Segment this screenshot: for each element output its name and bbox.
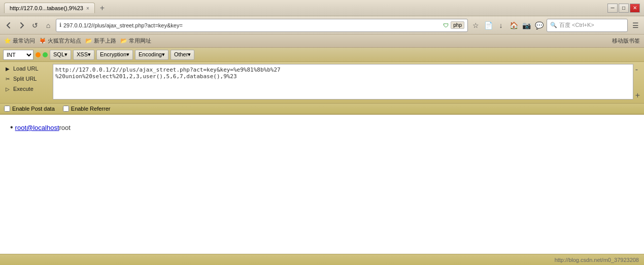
bookmark-label: 火狐官方站点 bbox=[48, 37, 81, 45]
nav-bar: ↺ ⌂ ℹ 297.0.0.1/2//plus/ajax_street.php?… bbox=[0, 16, 644, 35]
result-row: • root@localhost root bbox=[10, 123, 634, 132]
forward-button[interactable] bbox=[16, 20, 27, 31]
enable-referrer-checkbox[interactable] bbox=[63, 106, 69, 112]
minimize-button[interactable]: ─ bbox=[607, 4, 618, 13]
encryption-menu-button[interactable]: Encryption▾ bbox=[96, 50, 133, 60]
nav-right-icons: ☆ 📄 ↓ 🏠 📷 💬 bbox=[470, 20, 545, 31]
url-input[interactable]: http://127.0.0.1/2//plus/ajax_street.php… bbox=[53, 64, 633, 100]
bookmark-label: 最常访问 bbox=[13, 37, 35, 45]
bookmark-firefox-official[interactable]: 🦊 火狐官方站点 bbox=[39, 37, 81, 45]
bookmark-common-sites[interactable]: 📂 常用网址 bbox=[120, 37, 151, 45]
result-plain-text: root bbox=[59, 124, 71, 131]
tab-close-button[interactable]: × bbox=[86, 6, 89, 11]
tab-label: http://127.0.0...tabase(),9%23 bbox=[10, 5, 83, 11]
url-display: 297.0.0.1/2//plus/ajax_street.php?act=ke… bbox=[63, 22, 441, 28]
new-tab-button[interactable]: + bbox=[97, 3, 108, 14]
load-url-label: Load URL bbox=[13, 65, 39, 72]
status-bar: http://blog.csdn.net/m0_37923208 bbox=[0, 254, 644, 265]
screenshot-icon[interactable]: 📷 bbox=[521, 20, 532, 31]
hackbar-actions: ▶ Load URL ✂ Split URL ▷ Execute bbox=[2, 64, 53, 101]
bookmark-icon: 📂 bbox=[120, 38, 127, 44]
hackbar-options: Enable Post data Enable Referrer bbox=[0, 104, 644, 115]
reload-button[interactable]: ↺ bbox=[29, 20, 41, 31]
enable-post-data-label[interactable]: Enable Post data bbox=[4, 106, 55, 112]
bookmark-label: 新手上路 bbox=[94, 37, 116, 45]
status-url: http://blog.csdn.net/m0_37923208 bbox=[555, 257, 639, 263]
status-dot-green bbox=[43, 52, 48, 57]
bookmark-star-icon[interactable]: ☆ bbox=[470, 20, 481, 31]
bullet-point: • bbox=[10, 123, 13, 132]
search-bar[interactable]: 🔍 百度 <Ctrl+K> bbox=[547, 19, 628, 32]
collapse-right-icon[interactable]: - bbox=[635, 65, 640, 74]
bookmark-icon: ⭐ bbox=[4, 38, 11, 44]
browser-tab[interactable]: http://127.0.0...tabase(),9%23 × bbox=[4, 3, 95, 13]
execute-icon: ▷ bbox=[4, 85, 11, 92]
menu-button[interactable]: ☰ bbox=[630, 20, 641, 31]
split-url-button[interactable]: ✂ Split URL bbox=[2, 74, 51, 83]
close-button[interactable]: ✕ bbox=[630, 4, 640, 13]
bookmarks-bar: ⭐ 最常访问 🦊 火狐官方站点 📂 新手上路 📂 常用网址 移动版书签 bbox=[0, 35, 644, 48]
enable-referrer-text: Enable Referrer bbox=[71, 106, 111, 112]
chat-icon[interactable]: 💬 bbox=[533, 20, 545, 31]
page-icon[interactable]: 📄 bbox=[483, 20, 494, 31]
download-icon[interactable]: ↓ bbox=[495, 20, 506, 31]
split-url-icon: ✂ bbox=[4, 75, 11, 82]
window-controls: ─ □ ✕ bbox=[607, 4, 640, 13]
sql-menu-button[interactable]: SQL▾ bbox=[50, 50, 71, 60]
maximize-button[interactable]: □ bbox=[619, 4, 629, 13]
url-textarea-container: http://127.0.0.1/2//plus/ajax_street.php… bbox=[53, 64, 633, 101]
php-badge: php bbox=[451, 21, 464, 29]
bookmark-icon: 🦊 bbox=[39, 38, 46, 44]
back-button[interactable] bbox=[3, 20, 14, 31]
title-bar: http://127.0.0...tabase(),9%23 × + ─ □ ✕ bbox=[0, 0, 644, 16]
load-url-icon: ▶ bbox=[4, 65, 11, 72]
bookmark-beginners[interactable]: 📂 新手上路 bbox=[85, 37, 116, 45]
xss-menu-button[interactable]: XSS▾ bbox=[73, 50, 94, 60]
execute-label: Execute bbox=[13, 86, 33, 92]
hackbar-main: ▶ Load URL ✂ Split URL ▷ Execute http://… bbox=[0, 62, 644, 104]
hackbar-toolbar: INTSTRING SQL▾ XSS▾ Encryption▾ Encoding… bbox=[0, 48, 644, 62]
info-icon: ℹ bbox=[59, 22, 61, 28]
home-button[interactable]: ⌂ bbox=[43, 20, 54, 31]
content-area: • root@localhost root bbox=[0, 115, 644, 254]
other-menu-button[interactable]: Other▾ bbox=[171, 50, 195, 60]
bookmark-icon: 📂 bbox=[85, 38, 92, 44]
encoding-menu-button[interactable]: Encoding▾ bbox=[135, 50, 168, 60]
bookmark-label: 常用网址 bbox=[129, 37, 151, 45]
split-url-label: Split URL bbox=[13, 76, 37, 82]
expand-right-icon[interactable]: + bbox=[635, 91, 640, 100]
status-dot-orange bbox=[36, 52, 41, 57]
enable-post-data-text: Enable Post data bbox=[12, 106, 55, 112]
result-link[interactable]: root@localhost bbox=[15, 124, 59, 131]
mobile-bookmarks[interactable]: 移动版书签 bbox=[612, 37, 640, 45]
execute-button[interactable]: ▷ Execute bbox=[2, 84, 51, 93]
nav-home-icon[interactable]: 🏠 bbox=[508, 20, 519, 31]
search-placeholder: 百度 <Ctrl+K> bbox=[559, 21, 594, 29]
tab-area: http://127.0.0...tabase(),9%23 × + bbox=[4, 3, 607, 14]
shield-icon: 🛡 bbox=[443, 22, 449, 28]
bookmark-most-visited[interactable]: ⭐ 最常访问 bbox=[4, 37, 35, 45]
load-url-button[interactable]: ▶ Load URL bbox=[2, 64, 51, 73]
type-select[interactable]: INTSTRING bbox=[3, 50, 33, 60]
enable-post-data-checkbox[interactable] bbox=[4, 106, 10, 112]
enable-referrer-label[interactable]: Enable Referrer bbox=[63, 106, 111, 112]
url-bar[interactable]: ℹ 297.0.0.1/2//plus/ajax_street.php?act=… bbox=[56, 19, 468, 32]
bookmark-label: 移动版书签 bbox=[612, 37, 640, 45]
